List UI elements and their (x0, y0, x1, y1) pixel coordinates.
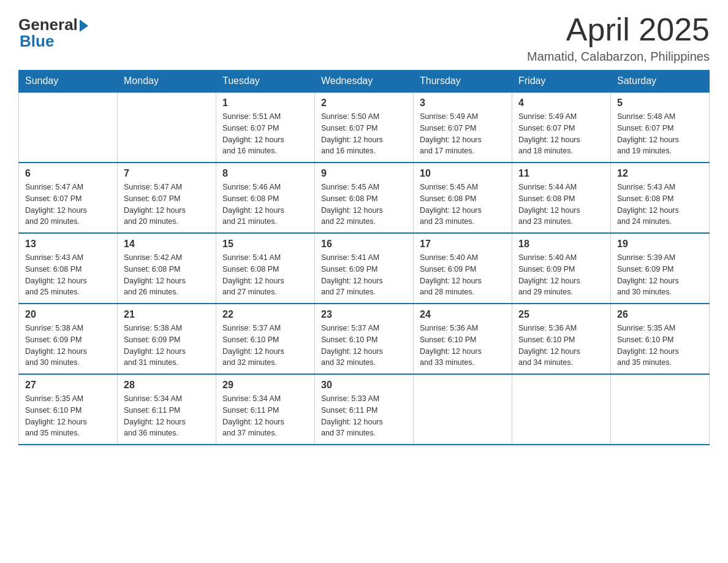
calendar-cell: 7Sunrise: 5:47 AM Sunset: 6:07 PM Daylig… (118, 163, 216, 233)
day-number: 28 (124, 380, 210, 391)
day-number: 21 (124, 309, 210, 320)
day-info: Sunrise: 5:43 AM Sunset: 6:08 PM Dayligh… (25, 252, 111, 298)
day-info: Sunrise: 5:35 AM Sunset: 6:10 PM Dayligh… (617, 323, 703, 369)
calendar-cell: 6Sunrise: 5:47 AM Sunset: 6:07 PM Daylig… (19, 163, 118, 233)
calendar-cell: 17Sunrise: 5:40 AM Sunset: 6:09 PM Dayli… (414, 233, 512, 304)
day-info: Sunrise: 5:41 AM Sunset: 6:08 PM Dayligh… (222, 252, 308, 298)
day-info: Sunrise: 5:48 AM Sunset: 6:07 PM Dayligh… (617, 111, 703, 157)
day-info: Sunrise: 5:35 AM Sunset: 6:10 PM Dayligh… (25, 393, 111, 439)
calendar-header-row: SundayMondayTuesdayWednesdayThursdayFrid… (19, 71, 710, 93)
day-number: 18 (518, 239, 604, 250)
day-info: Sunrise: 5:47 AM Sunset: 6:07 PM Dayligh… (25, 182, 111, 228)
day-info: Sunrise: 5:40 AM Sunset: 6:09 PM Dayligh… (420, 252, 506, 298)
calendar-cell: 11Sunrise: 5:44 AM Sunset: 6:08 PM Dayli… (512, 163, 611, 233)
day-number: 15 (222, 239, 308, 250)
calendar-cell: 1Sunrise: 5:51 AM Sunset: 6:07 PM Daylig… (216, 92, 315, 163)
calendar-week-row: 20Sunrise: 5:38 AM Sunset: 6:09 PM Dayli… (19, 304, 710, 374)
day-info: Sunrise: 5:37 AM Sunset: 6:10 PM Dayligh… (321, 323, 407, 369)
day-number: 13 (25, 239, 111, 250)
day-info: Sunrise: 5:44 AM Sunset: 6:08 PM Dayligh… (518, 182, 604, 228)
calendar-cell: 16Sunrise: 5:41 AM Sunset: 6:09 PM Dayli… (315, 233, 414, 304)
day-info: Sunrise: 5:49 AM Sunset: 6:07 PM Dayligh… (420, 111, 506, 157)
month-title: April 2025 (527, 12, 710, 47)
day-number: 25 (518, 309, 604, 320)
calendar-cell: 2Sunrise: 5:50 AM Sunset: 6:07 PM Daylig… (315, 92, 414, 163)
day-info: Sunrise: 5:36 AM Sunset: 6:10 PM Dayligh… (420, 323, 506, 369)
day-info: Sunrise: 5:39 AM Sunset: 6:09 PM Dayligh… (617, 252, 703, 298)
title-section: April 2025 Mamatid, Calabarzon, Philippi… (527, 12, 710, 64)
day-number: 2 (321, 98, 407, 109)
calendar-cell: 23Sunrise: 5:37 AM Sunset: 6:10 PM Dayli… (315, 304, 414, 374)
calendar-cell: 25Sunrise: 5:36 AM Sunset: 6:10 PM Dayli… (512, 304, 611, 374)
calendar-cell: 21Sunrise: 5:38 AM Sunset: 6:09 PM Dayli… (118, 304, 216, 374)
calendar-cell: 27Sunrise: 5:35 AM Sunset: 6:10 PM Dayli… (19, 374, 118, 445)
day-number: 16 (321, 239, 407, 250)
calendar-cell: 29Sunrise: 5:34 AM Sunset: 6:11 PM Dayli… (216, 374, 315, 445)
day-number: 27 (25, 380, 111, 391)
day-number: 12 (617, 168, 703, 179)
calendar-week-row: 1Sunrise: 5:51 AM Sunset: 6:07 PM Daylig… (19, 92, 710, 163)
calendar-cell: 30Sunrise: 5:33 AM Sunset: 6:11 PM Dayli… (315, 374, 414, 445)
calendar-cell: 19Sunrise: 5:39 AM Sunset: 6:09 PM Dayli… (611, 233, 710, 304)
logo-blue-text: Blue (20, 32, 54, 51)
calendar-cell: 22Sunrise: 5:37 AM Sunset: 6:10 PM Dayli… (216, 304, 315, 374)
calendar-cell: 24Sunrise: 5:36 AM Sunset: 6:10 PM Dayli… (414, 304, 512, 374)
day-info: Sunrise: 5:46 AM Sunset: 6:08 PM Dayligh… (222, 182, 308, 228)
calendar-cell (414, 374, 512, 445)
day-number: 26 (617, 309, 703, 320)
day-number: 22 (222, 309, 308, 320)
calendar-cell: 13Sunrise: 5:43 AM Sunset: 6:08 PM Dayli… (19, 233, 118, 304)
day-info: Sunrise: 5:41 AM Sunset: 6:09 PM Dayligh… (321, 252, 407, 298)
day-info: Sunrise: 5:40 AM Sunset: 6:09 PM Dayligh… (518, 252, 604, 298)
day-info: Sunrise: 5:49 AM Sunset: 6:07 PM Dayligh… (518, 111, 604, 157)
calendar-cell (512, 374, 611, 445)
day-number: 30 (321, 380, 407, 391)
day-number: 8 (222, 168, 308, 179)
day-of-week-header: Wednesday (315, 71, 414, 93)
day-of-week-header: Tuesday (216, 71, 315, 93)
calendar-cell: 14Sunrise: 5:42 AM Sunset: 6:08 PM Dayli… (118, 233, 216, 304)
calendar-week-row: 27Sunrise: 5:35 AM Sunset: 6:10 PM Dayli… (19, 374, 710, 445)
day-number: 4 (518, 98, 604, 109)
day-info: Sunrise: 5:33 AM Sunset: 6:11 PM Dayligh… (321, 393, 407, 439)
day-number: 1 (222, 98, 308, 109)
calendar-week-row: 13Sunrise: 5:43 AM Sunset: 6:08 PM Dayli… (19, 233, 710, 304)
calendar-cell (118, 92, 216, 163)
day-number: 9 (321, 168, 407, 179)
day-info: Sunrise: 5:38 AM Sunset: 6:09 PM Dayligh… (124, 323, 210, 369)
day-number: 5 (617, 98, 703, 109)
day-of-week-header: Saturday (611, 71, 710, 93)
calendar-cell: 9Sunrise: 5:45 AM Sunset: 6:08 PM Daylig… (315, 163, 414, 233)
day-info: Sunrise: 5:43 AM Sunset: 6:08 PM Dayligh… (617, 182, 703, 228)
day-number: 10 (420, 168, 506, 179)
calendar-table: SundayMondayTuesdayWednesdayThursdayFrid… (18, 70, 710, 445)
day-info: Sunrise: 5:45 AM Sunset: 6:08 PM Dayligh… (321, 182, 407, 228)
calendar-cell: 3Sunrise: 5:49 AM Sunset: 6:07 PM Daylig… (414, 92, 512, 163)
calendar-cell (611, 374, 710, 445)
calendar-cell: 28Sunrise: 5:34 AM Sunset: 6:11 PM Dayli… (118, 374, 216, 445)
day-info: Sunrise: 5:38 AM Sunset: 6:09 PM Dayligh… (25, 323, 111, 369)
day-info: Sunrise: 5:47 AM Sunset: 6:07 PM Dayligh… (124, 182, 210, 228)
day-of-week-header: Sunday (19, 71, 118, 93)
calendar-cell: 26Sunrise: 5:35 AM Sunset: 6:10 PM Dayli… (611, 304, 710, 374)
day-number: 20 (25, 309, 111, 320)
page-header: General Blue April 2025 Mamatid, Calabar… (18, 12, 710, 64)
calendar-cell: 12Sunrise: 5:43 AM Sunset: 6:08 PM Dayli… (611, 163, 710, 233)
day-info: Sunrise: 5:45 AM Sunset: 6:08 PM Dayligh… (420, 182, 506, 228)
calendar-cell: 20Sunrise: 5:38 AM Sunset: 6:09 PM Dayli… (19, 304, 118, 374)
calendar-cell: 5Sunrise: 5:48 AM Sunset: 6:07 PM Daylig… (611, 92, 710, 163)
location-title: Mamatid, Calabarzon, Philippines (527, 50, 710, 64)
calendar-cell: 8Sunrise: 5:46 AM Sunset: 6:08 PM Daylig… (216, 163, 315, 233)
logo: General Blue (18, 12, 88, 51)
day-info: Sunrise: 5:50 AM Sunset: 6:07 PM Dayligh… (321, 111, 407, 157)
day-number: 3 (420, 98, 506, 109)
day-info: Sunrise: 5:34 AM Sunset: 6:11 PM Dayligh… (222, 393, 308, 439)
day-info: Sunrise: 5:34 AM Sunset: 6:11 PM Dayligh… (124, 393, 210, 439)
day-info: Sunrise: 5:37 AM Sunset: 6:10 PM Dayligh… (222, 323, 308, 369)
day-of-week-header: Monday (118, 71, 216, 93)
day-number: 19 (617, 239, 703, 250)
calendar-cell (19, 92, 118, 163)
day-number: 14 (124, 239, 210, 250)
logo-arrow-icon (80, 20, 88, 32)
day-number: 6 (25, 168, 111, 179)
